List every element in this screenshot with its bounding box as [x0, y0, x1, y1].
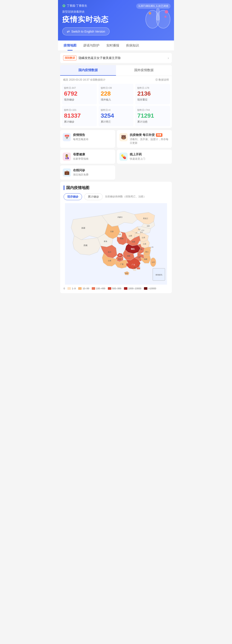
stat-label-5: 累计治愈	[137, 120, 168, 124]
service-card-supplies[interactable]: 🐻 抗疫物资 每日补货 限量 消毒剂、洗手液、温度计，库存每日更新	[117, 130, 172, 148]
stat-card-recovered: 较昨日+744 71291 累计治愈	[135, 106, 170, 126]
legend-color-gt-10000	[144, 287, 147, 290]
svg-text:香港: 香港	[138, 266, 140, 267]
map-title-bar	[64, 186, 64, 190]
service-icon-pharmacy: 💊	[120, 152, 128, 161]
news-tag: 深刻教训	[63, 56, 76, 60]
legend-1-9: 1–9	[67, 287, 76, 290]
svg-text:贵州: 贵州	[118, 258, 121, 260]
stat-value-5: 71291	[137, 112, 168, 119]
english-version-button[interactable]: ⇄ Switch to English Version	[62, 28, 109, 35]
service-title-supplies: 抗疫物资 每日补货 限量	[130, 133, 169, 137]
stats-tab-foreign[interactable]: 国外疫情数据	[116, 65, 172, 76]
tab-epidemic-map[interactable]: 疫情地图	[60, 40, 80, 50]
svg-text:西藏: 西藏	[84, 244, 87, 246]
legend-color-1000-10000	[124, 287, 127, 290]
logo-icon: ✿	[62, 4, 66, 8]
stat-card-imported: 较昨日+39 228 境外输入	[99, 84, 134, 104]
service-card-consult[interactable]: 💼 在线问诊 湖北地区免费	[60, 166, 115, 180]
svg-text:台湾: 台湾	[152, 262, 155, 263]
svg-point-3	[165, 10, 168, 14]
stat-value-1: 228	[101, 90, 132, 97]
stats-time: 截至 2020-03-20 16:37 全国数据统计	[63, 78, 105, 82]
supplies-badge: 限量	[156, 133, 162, 137]
stats-data-info[interactable]: ⓪ 数据说明	[155, 78, 169, 82]
svg-text:江苏: 江苏	[143, 243, 146, 245]
stats-grid: 较昨日-647 6792 现存确诊 较昨日+39 228 境外输入 较昨日-17…	[60, 84, 172, 128]
svg-text:青海: 青海	[104, 240, 107, 242]
stat-value-3: 81337	[64, 112, 95, 119]
svg-text:黑龙江: 黑龙江	[143, 218, 148, 220]
english-btn-label: Switch to English Version	[71, 30, 105, 33]
service-card-maternal[interactable]: 🤱 母婴健康 在家孕育指南	[60, 150, 115, 164]
stat-label-1: 境外输入	[101, 98, 132, 102]
stat-card-deaths: 较昨日+4 3254 累计死亡	[99, 106, 134, 126]
stat-value-0: 6792	[64, 90, 95, 97]
map-filter-desc: 当前确诊病例数（排除死亡、治愈）	[105, 195, 146, 198]
svg-text:云南: 云南	[108, 260, 111, 262]
service-card-pharmacy[interactable]: 💊 线上开药 快递送货上门	[117, 150, 172, 164]
svg-text:海南: 海南	[125, 272, 128, 274]
legend-color-500-999	[108, 287, 111, 290]
legend-500-999: 500–999	[108, 287, 121, 290]
lung-decoration	[144, 4, 172, 30]
svg-text:湖北: 湖北	[131, 248, 135, 250]
service-icon-supplies: 🐻	[120, 133, 128, 141]
svg-text:上海: 上海	[151, 246, 153, 248]
svg-point-5	[164, 16, 166, 18]
stats-tab-domestic[interactable]: 国内疫情数据	[60, 65, 116, 76]
service-icon-maternal: 🤱	[63, 152, 71, 161]
legend-color-10-99	[78, 287, 82, 290]
service-desc-pharmacy: 快递送货上门	[130, 157, 169, 161]
news-banner[interactable]: 深刻教训 隐瞒发热返京女子被美雇主开除 ›	[60, 53, 172, 63]
stat-label-2: 现存重症	[137, 98, 168, 102]
stat-value-4: 3254	[101, 112, 132, 119]
svg-rect-42	[133, 269, 136, 270]
service-title-maternal: 母婴健康	[73, 152, 112, 156]
switch-icon: ⇄	[67, 29, 70, 34]
svg-text:山东: 山东	[142, 236, 145, 238]
nav-tabs: 疫情地图 辟谣与防护 实时播报 疾病知识	[58, 40, 174, 51]
legend-color-100-499	[92, 287, 95, 290]
stat-delta-2: 较昨日-178	[137, 86, 168, 90]
news-arrow-icon: ›	[168, 56, 169, 60]
service-icon-consult: 💼	[63, 168, 71, 176]
service-card-report[interactable]: 📅 疫情报告 每周五晚发布	[60, 130, 115, 148]
stat-delta-3: 较昨日+101	[64, 108, 95, 112]
legend-100-499: 100–499	[92, 287, 105, 290]
service-desc-consult: 湖北地区免费	[73, 173, 112, 176]
stat-label-4: 累计死亡	[101, 120, 132, 124]
stat-delta-4: 较昨日+4	[101, 108, 132, 112]
legend-10-99: 10–99	[78, 287, 89, 290]
tab-disease[interactable]: 疾病知识	[123, 40, 142, 50]
tab-rumor[interactable]: 辟谣与防护	[80, 40, 103, 50]
tab-live[interactable]: 实时播报	[103, 40, 123, 50]
stats-section: 国内疫情数据 国外疫情数据 截至 2020-03-20 16:37 全国数据统计…	[60, 65, 172, 128]
stat-delta-0: 较昨日-647	[64, 86, 95, 90]
map-filter-active[interactable]: 现存确诊	[64, 193, 82, 200]
svg-text:北京: 北京	[138, 228, 141, 230]
svg-text:四川: 四川	[108, 251, 111, 253]
svg-text:新疆: 新疆	[81, 227, 85, 229]
svg-text:陕西: 陕西	[120, 238, 124, 240]
service-desc-maternal: 在家孕育指南	[73, 157, 112, 161]
service-section: 📅 疫情报告 每周五晚发布 🐻 抗疫物资 每日补货 限量 消毒剂、洗手液、温度计…	[60, 130, 172, 180]
legend-1000-10000: 1000–10000	[124, 287, 141, 290]
svg-text:内蒙古: 内蒙古	[118, 216, 123, 218]
svg-text:广东: 广东	[132, 264, 135, 266]
header: ✿ 丁香园·丁香医生 3,207,683,801 人次已浏览 新型冠状病毒肺炎 …	[58, 0, 174, 40]
legend-gt-10000: >10000	[144, 287, 156, 290]
legend-zero-label: 0	[64, 287, 65, 290]
svg-text:浙江: 浙江	[145, 251, 149, 253]
service-title-report: 疫情报告	[73, 133, 112, 137]
svg-text:河南: 河南	[132, 241, 135, 243]
svg-point-4	[149, 12, 151, 14]
china-map-svg: 新疆 西藏 内蒙古 黑龙江 吉林 辽宁 甘肃 青海 四川	[64, 203, 168, 284]
service-title-consult: 在线问诊	[73, 168, 112, 172]
china-map: 新疆 西藏 内蒙古 黑龙江 吉林 辽宁 甘肃 青海 四川	[64, 203, 168, 284]
stat-card-severe: 较昨日-178 2136 现存重症	[135, 84, 170, 104]
map-section: 国内疫情地图 现存确诊 累计确诊 当前确诊病例数（排除死亡、治愈） 新疆 西藏 …	[60, 182, 172, 293]
stats-meta: 截至 2020-03-20 16:37 全国数据统计 ⓪ 数据说明	[60, 76, 172, 84]
stat-card-cumulative: 较昨日+101 81337 累计确诊	[62, 106, 97, 126]
map-filter-cumulative[interactable]: 累计确诊	[84, 193, 103, 200]
